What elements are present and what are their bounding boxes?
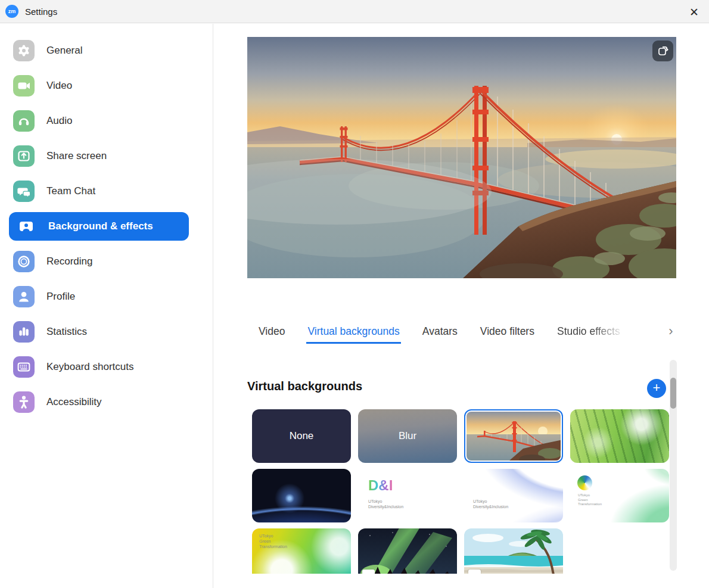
sidebar-item-label: General — [46, 45, 82, 57]
sidebar-item-general[interactable]: General — [0, 33, 213, 68]
tab-avatars[interactable]: Avatars — [421, 323, 459, 344]
tile-sub-text: Green — [578, 498, 588, 503]
sidebar-item-label: Profile — [46, 291, 75, 303]
tile-dni-title: D&I — [368, 477, 393, 494]
sidebar-item-label: Share screen — [46, 150, 107, 162]
tile-sub-text: Diversity&Inclusion — [368, 504, 403, 509]
selected-pill: Background & effects — [9, 212, 189, 241]
chevron-right-icon[interactable]: › — [664, 323, 677, 339]
tile-yellow-green-abstract[interactable]: UTokyo Green Transformation — [252, 528, 351, 574]
sidebar-item-profile[interactable]: Profile — [0, 279, 213, 314]
accessibility-person-icon — [13, 391, 35, 413]
tile-utokyo-diversity-inclusion[interactable]: D&I UTokyo Diversity&Inclusion — [358, 469, 457, 522]
tile-sub-text: UTokyo — [368, 499, 382, 504]
tile-golden-gate-selected[interactable] — [464, 409, 563, 463]
tile-sub-text: UTokyo — [473, 499, 487, 504]
background-effects-icon — [18, 219, 34, 234]
grid-scrollbar-thumb[interactable] — [670, 378, 676, 409]
gear-icon — [13, 40, 35, 61]
settings-sidebar: General Video Audio Share screen — [0, 24, 213, 588]
sidebar-item-team-chat[interactable]: Team Chat — [0, 173, 213, 209]
sidebar-item-label: Recording — [46, 256, 93, 267]
headphones-icon — [13, 110, 35, 132]
sidebar-item-background-effects[interactable]: Background & effects — [0, 209, 213, 244]
tile-sub-text: Transformation — [259, 544, 287, 549]
background-effects-tabs: Video Virtual backgrounds Avatars Video … — [257, 323, 621, 344]
video-background-badge — [468, 570, 481, 574]
add-background-button[interactable]: + — [647, 379, 666, 398]
sidebar-item-label: Team Chat — [46, 185, 95, 197]
tile-label: Blur — [358, 409, 457, 463]
tile-aurora[interactable] — [358, 528, 457, 574]
sidebar-item-video[interactable]: Video — [0, 68, 213, 103]
tile-sub-text: Diversity&Inclusion — [473, 504, 508, 509]
window-title: Settings — [25, 7, 57, 17]
video-camera-icon — [13, 75, 35, 97]
background-preview-image — [247, 37, 676, 278]
tile-sub-text: UTokyo — [259, 533, 273, 539]
section-title: Virtual backgrounds — [247, 379, 362, 393]
tile-none[interactable]: None — [252, 409, 351, 463]
tab-video[interactable]: Video — [257, 323, 286, 344]
keyboard-icon — [13, 356, 35, 378]
tab-video-filters[interactable]: Video filters — [479, 323, 536, 344]
sidebar-item-audio[interactable]: Audio — [0, 103, 213, 138]
person-icon — [13, 286, 35, 307]
tile-utokyo-wave[interactable]: UTokyo Diversity&Inclusion — [464, 469, 563, 522]
record-circle-icon — [13, 251, 35, 272]
sidebar-item-label: Keyboard shortcuts — [46, 361, 133, 373]
sidebar-item-recording[interactable]: Recording — [0, 244, 213, 279]
sidebar-item-label: Video — [46, 80, 72, 92]
tab-studio-effects[interactable]: Studio effects — [556, 323, 621, 344]
tile-label: None — [252, 409, 351, 463]
bar-chart-icon — [13, 321, 35, 343]
grid-scrollbar[interactable] — [670, 360, 677, 571]
tile-earth[interactable] — [252, 469, 351, 522]
sidebar-item-share-screen[interactable]: Share screen — [0, 138, 213, 173]
sidebar-item-label: Audio — [46, 115, 72, 127]
utokyo-gx-logo-icon — [577, 475, 592, 490]
tile-grass[interactable] — [570, 409, 669, 463]
tile-utokyo-green-transformation[interactable]: UTokyo Green Transformation — [570, 469, 669, 522]
beach-thumbnail — [464, 528, 563, 574]
tab-virtual-backgrounds[interactable]: Virtual backgrounds — [306, 323, 400, 344]
sidebar-item-keyboard-shortcuts[interactable]: Keyboard shortcuts — [0, 349, 213, 384]
sidebar-item-label: Statistics — [46, 326, 87, 338]
tile-blur[interactable]: Blur — [358, 409, 457, 463]
sidebar-item-accessibility[interactable]: Accessibility — [0, 384, 213, 419]
video-background-badge — [362, 570, 375, 574]
rotate-icon — [657, 45, 669, 57]
zoom-logo-icon: zm — [5, 5, 18, 18]
sidebar-item-label: Accessibility — [46, 396, 102, 408]
sidebar-item-statistics[interactable]: Statistics — [0, 314, 213, 349]
titlebar: zm Settings ✕ — [0, 0, 709, 23]
tile-sub-text: Transformation — [578, 502, 602, 507]
chat-bubbles-icon — [13, 181, 35, 202]
virtual-backgrounds-grid: None Blur — [252, 409, 671, 574]
tile-sub-text: UTokyo — [578, 493, 590, 498]
tile-beach[interactable] — [464, 528, 563, 574]
aurora-thumbnail — [358, 528, 457, 574]
close-icon[interactable]: ✕ — [685, 3, 703, 21]
share-screen-icon — [13, 145, 35, 167]
sidebar-item-label: Background & effects — [48, 220, 153, 232]
golden-gate-thumbnail — [467, 412, 561, 461]
rotate-preview-button[interactable] — [652, 41, 673, 61]
tile-sub-text: Green — [259, 539, 270, 544]
